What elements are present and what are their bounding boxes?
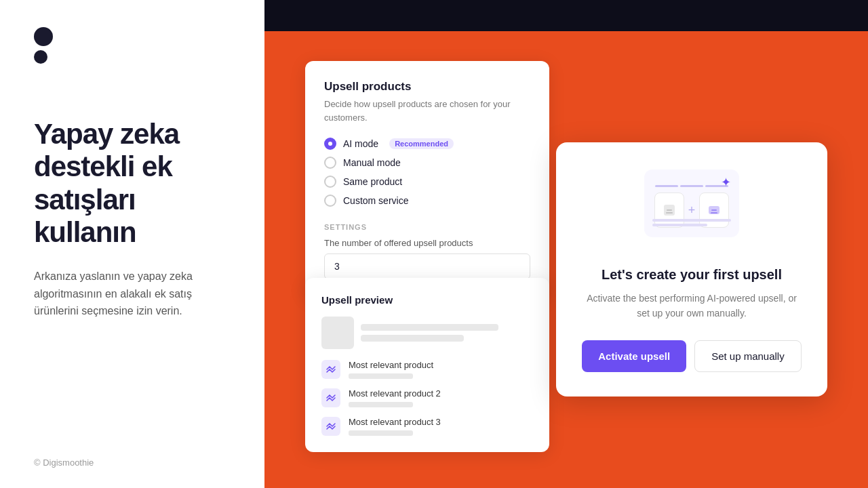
product-icon-3 [321,417,340,436]
right-panel: Upsell products Decide how upsell produc… [264,0,868,488]
product-price-line-1 [349,373,413,379]
radio-manual-mode[interactable]: Manual mode [324,157,530,169]
settings-section-label: SETTINGS [324,223,530,231]
upsell-products-card: Upsell products Decide how upsell produc… [305,61,549,298]
upsell-count-input[interactable] [324,253,530,279]
illus-plus-icon: + [688,203,696,218]
modal-description: Activate the best performing AI-powered … [580,291,803,321]
preview-title: Upsell preview [321,294,533,306]
mode-radio-group: AI mode Recommended Manual mode Same pro… [324,138,530,207]
radio-circle-manual [324,157,336,169]
product-lines-3: Most relevant product 3 [349,417,533,436]
wave-line-1 [655,185,678,187]
logo-dot-top [34,27,53,46]
preview-product-header [321,317,533,349]
set-up-manually-button[interactable]: Set up manually [694,340,802,372]
radio-label-custom: Custom service [343,195,408,206]
illus-wave [655,180,728,191]
radio-circle-custom [324,195,336,207]
footer-credit: © Digismoothie [34,458,94,468]
product-name-3: Most relevant product 3 [349,417,533,427]
svg-rect-5 [711,209,717,211]
product-price-line-3 [349,430,413,436]
activate-upsell-button[interactable]: Activate upsell [582,340,686,372]
preview-line-2 [361,335,464,342]
product-name-1: Most relevant product [349,360,533,370]
illus-bar [652,219,731,226]
list-item: Most relevant product 2 [321,388,533,407]
product-icon-1 [321,360,340,379]
radio-label-ai: AI mode [343,138,378,149]
product-lines-2: Most relevant product 2 [349,388,533,407]
page-headline: Yapay zeka destekli ek satışları kullanı… [34,118,231,249]
preview-line-1 [361,324,498,331]
preview-product-list: Most relevant product Most relevant prod… [321,360,533,436]
sparkle-icon: ✦ [721,175,731,190]
radio-same-product[interactable]: Same product [324,176,530,188]
card-subtitle: Decide how upsell products are chosen fo… [324,98,530,124]
logo [34,27,231,64]
radio-label-same: Same product [343,176,402,187]
preview-product-lines [361,324,533,342]
radio-custom-service[interactable]: Custom service [324,195,530,207]
modal-illustration: + ✦ [637,169,746,251]
upsell-preview-card: Upsell preview Mos [305,278,549,452]
cards-area: Upsell products Decide how upsell produc… [305,47,827,468]
preview-product-image [321,317,354,349]
card-title: Upsell products [324,80,530,94]
logo-dot-bottom [34,50,47,64]
product-name-2: Most relevant product 2 [349,388,533,399]
illustration-bg: + ✦ [644,169,739,237]
settings-field-label: The number of offered upsell products [324,238,530,248]
radio-circle-ai [324,138,336,150]
list-item: Most relevant product [321,360,533,379]
illus-bar-line-long [652,219,731,222]
page-subtext: Arkanıza yaslanın ve yapay zeka algoritm… [34,268,231,320]
product-icon-2 [321,388,340,407]
svg-rect-4 [711,212,717,214]
recommended-badge: Recommended [389,138,454,149]
svg-rect-1 [666,212,673,214]
svg-rect-2 [667,209,672,211]
list-item: Most relevant product 3 [321,417,533,436]
illus-bar-line-mid [652,224,707,226]
modal-buttons: Activate upsell Set up manually [580,340,803,372]
product-price-line-2 [349,402,413,407]
radio-ai-mode[interactable]: AI mode Recommended [324,138,530,150]
wave-line-2 [680,185,703,187]
radio-circle-same [324,176,336,188]
first-upsell-modal: + ✦ [556,142,827,396]
product-lines-1: Most relevant product [349,360,533,379]
modal-heading: Let's create your first upsell [580,267,803,283]
top-bar [264,0,868,31]
left-panel: Yapay zeka destekli ek satışları kullanı… [0,0,264,488]
radio-label-manual: Manual mode [343,157,401,168]
